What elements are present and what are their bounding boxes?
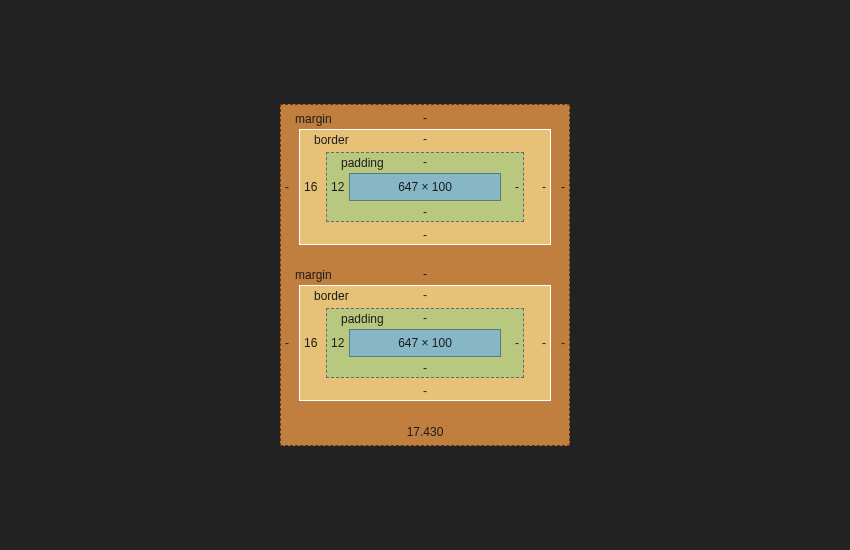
margin-label: margin: [295, 112, 332, 126]
margin-left: -: [285, 181, 289, 193]
content-region: 647 × 100: [349, 329, 501, 357]
margin-left: -: [285, 337, 289, 349]
padding-left: 12: [331, 337, 344, 349]
border-left: 16: [304, 181, 317, 193]
margin-right: -: [561, 337, 565, 349]
padding-bottom: -: [423, 206, 427, 218]
margin-label: margin: [295, 268, 332, 282]
border-left: 16: [304, 337, 317, 349]
margin-top: -: [423, 112, 427, 124]
border-top: -: [423, 133, 427, 145]
box-model-2: margin - - - border - - - 16 padding - -…: [281, 265, 569, 421]
border-region: border - - - 16 padding - - - 12 647 × 1…: [299, 129, 551, 245]
padding-right: -: [515, 337, 519, 349]
padding-top: -: [423, 156, 427, 168]
box-model-panel: margin - - - border - - - 16 padding - -…: [280, 104, 570, 446]
content-region: 647 × 100: [349, 173, 501, 201]
margin-top: -: [423, 268, 427, 280]
padding-bottom: -: [423, 362, 427, 374]
padding-region: padding - - - 12 647 × 100: [326, 308, 524, 378]
padding-label: padding: [341, 156, 384, 170]
border-right: -: [542, 181, 546, 193]
border-label: border: [314, 133, 349, 147]
border-bottom: -: [423, 229, 427, 241]
panel-bottom-value: 17.430: [281, 421, 569, 445]
border-right: -: [542, 337, 546, 349]
padding-left: 12: [331, 181, 344, 193]
margin-region: margin - - - border - - - 16 padding - -…: [281, 109, 569, 265]
padding-right: -: [515, 181, 519, 193]
padding-region: padding - - - 12 647 × 100: [326, 152, 524, 222]
border-label: border: [314, 289, 349, 303]
border-top: -: [423, 289, 427, 301]
border-bottom: -: [423, 385, 427, 397]
padding-label: padding: [341, 312, 384, 326]
margin-region: margin - - - border - - - 16 padding - -…: [281, 265, 569, 421]
box-model-1: margin - - - border - - - 16 padding - -…: [281, 109, 569, 265]
padding-top: -: [423, 312, 427, 324]
border-region: border - - - 16 padding - - - 12 647 × 1…: [299, 285, 551, 401]
margin-right: -: [561, 181, 565, 193]
